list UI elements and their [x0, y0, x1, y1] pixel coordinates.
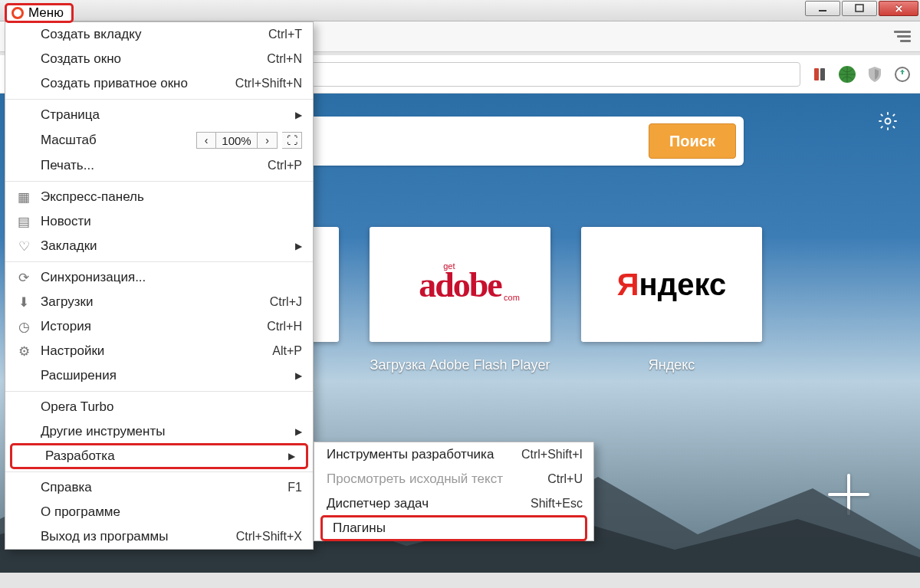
sync-icon: ⟳ — [16, 270, 31, 285]
close-button[interactable]: ✕ — [879, 1, 918, 16]
adobe-logo: getadobecom — [419, 264, 501, 305]
zoom-in-button[interactable]: › — [258, 132, 278, 149]
heart-icon: ♡ — [16, 238, 31, 254]
menu-new-private[interactable]: Создать приватное окноCtrl+Shift+N — [5, 71, 313, 96]
menu-settings[interactable]: ⚙НастройкиAlt+P — [5, 339, 313, 363]
menu-speed-dial[interactable]: ▦Экспресс-панель — [5, 185, 313, 209]
download-icon: ⬇ — [16, 294, 31, 310]
submenu-view-source: Просмотреть исходный текстCtrl+U — [314, 467, 593, 491]
news-icon: ▤ — [16, 214, 31, 229]
minimize-button[interactable] — [805, 1, 840, 16]
zoom-value: 100% — [216, 132, 258, 149]
menu-zoom[interactable]: Масштаб ‹ 100% › ⛶ — [5, 127, 313, 153]
speed-dial-tile-yandex[interactable]: Яндекс Яндекс — [581, 227, 762, 373]
menu-sync[interactable]: ⟳Синхронизация... — [5, 265, 313, 290]
menu-help[interactable]: СправкаF1 — [5, 475, 313, 500]
menu-developer[interactable]: Разработка▶ — [10, 443, 308, 469]
tab-overflow-icon[interactable] — [894, 31, 911, 42]
extension-icon-globe[interactable] — [839, 66, 856, 83]
svg-rect-3 — [820, 68, 825, 80]
menu-bookmarks[interactable]: ♡Закладки▶ — [5, 234, 313, 258]
menu-more-tools[interactable]: Другие инструменты▶ — [5, 419, 313, 444]
gear-icon: ⚙ — [16, 343, 31, 359]
svg-rect-0 — [819, 10, 826, 11]
menu-history[interactable]: ◷ИсторияCtrl+H — [5, 314, 313, 339]
grid-icon: ▦ — [16, 189, 31, 205]
speed-dial-settings-icon[interactable] — [877, 110, 899, 135]
menu-exit[interactable]: Выход из программыCtrl+Shift+X — [5, 524, 313, 549]
speed-dial-tile-adobe[interactable]: getadobecom Загрузка Adobe Flash Player — [370, 227, 550, 373]
opera-icon — [12, 7, 24, 19]
menu-page[interactable]: Страница▶ — [5, 103, 313, 127]
menu-news[interactable]: ▤Новости — [5, 209, 313, 234]
main-menu-dropdown: Создать вкладкуCtrl+T Создать окноCtrl+N… — [5, 21, 314, 550]
submenu-devtools[interactable]: Инструменты разработчикаCtrl+Shift+I — [314, 442, 593, 467]
menu-new-tab[interactable]: Создать вкладкуCtrl+T — [5, 22, 313, 47]
extension-icon-shield[interactable] — [866, 66, 883, 83]
developer-submenu: Инструменты разработчикаCtrl+Shift+I Про… — [314, 442, 594, 541]
submenu-task-manager[interactable]: Диспетчер задачShift+Esc — [314, 491, 593, 516]
speed-dial-search-button[interactable]: Поиск — [649, 123, 736, 159]
menu-opera-turbo[interactable]: Opera Turbo — [5, 395, 313, 419]
tile-label: Загрузка Adobe Flash Player — [370, 357, 550, 373]
submenu-plugins[interactable]: Плагины — [320, 515, 587, 541]
fullscreen-button[interactable]: ⛶ — [282, 132, 302, 149]
window-titlebar: ✕ — [0, 0, 920, 21]
menu-about[interactable]: О программе — [5, 500, 313, 524]
menu-downloads[interactable]: ⬇ЗагрузкиCtrl+J — [5, 290, 313, 314]
menu-print[interactable]: Печать...Ctrl+P — [5, 153, 313, 178]
tile-label: Яндекс — [649, 357, 695, 373]
svg-point-6 — [886, 119, 891, 124]
main-menu-button[interactable]: Меню — [5, 3, 74, 23]
yandex-logo: Яндекс — [617, 268, 726, 302]
menu-button-label: Меню — [28, 5, 64, 21]
menu-new-window[interactable]: Создать окноCtrl+N — [5, 47, 313, 71]
maximize-button[interactable] — [842, 1, 877, 16]
history-icon: ◷ — [16, 319, 31, 334]
svg-rect-1 — [856, 5, 863, 11]
svg-rect-2 — [814, 68, 819, 80]
extension-icon-1[interactable] — [811, 66, 828, 83]
menu-extensions[interactable]: Расширения▶ — [5, 363, 313, 388]
footer-strip — [0, 573, 920, 588]
add-tile-icon[interactable] — [822, 468, 876, 524]
zoom-out-button[interactable]: ‹ — [196, 132, 216, 149]
extension-icon-refresh[interactable] — [894, 66, 911, 83]
